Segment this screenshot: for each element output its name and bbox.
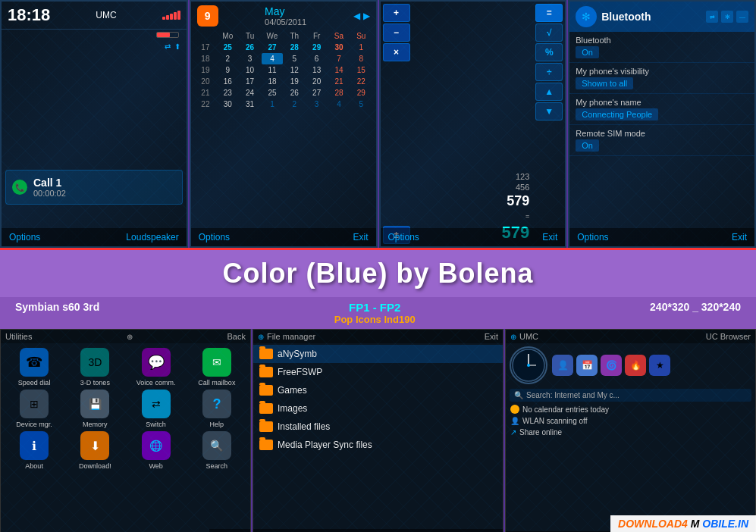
day-17[interactable]: 17 — [239, 76, 260, 87]
day-18[interactable]: 18 — [262, 76, 283, 87]
day-29[interactable]: 29 — [306, 42, 327, 53]
uc-icon-1[interactable]: 👤 — [552, 355, 573, 376]
util-download[interactable]: ⬇ Download! — [66, 431, 124, 470]
fm-wifi-icon: ⊕ — [258, 333, 264, 341]
bt-item-visibility: My phone's visibility Shown to all — [569, 63, 754, 94]
calc-plus-btn[interactable]: + — [383, 4, 410, 22]
calc-percent-btn[interactable]: % — [535, 43, 563, 61]
day-3-next[interactable]: 3 — [306, 99, 327, 110]
day-23[interactable]: 23 — [217, 87, 238, 99]
day-31[interactable]: 31 — [239, 99, 260, 110]
util-help[interactable]: ? Help — [188, 390, 246, 428]
day-28b[interactable]: 28 — [328, 87, 350, 99]
util-web[interactable]: 🌐 Web — [127, 431, 185, 470]
fm-item-mediaplayer[interactable]: Media Player Sync files — [253, 436, 503, 454]
screen2-options[interactable]: Options — [199, 232, 230, 243]
about-label: About — [25, 462, 43, 470]
day-9[interactable]: 9 — [217, 64, 238, 76]
cal-right-arrow[interactable]: ▶ — [363, 11, 370, 21]
fm-item-freefswp[interactable]: FreeFSWP — [253, 363, 503, 381]
day-5-next[interactable]: 5 — [350, 99, 372, 110]
day-6[interactable]: 6 — [306, 53, 327, 64]
calc-sqrt-btn[interactable]: √ — [535, 23, 563, 42]
day-21[interactable]: 21 — [328, 76, 350, 87]
day-11[interactable]: 11 — [262, 64, 283, 76]
day-29b[interactable]: 29 — [350, 87, 372, 99]
util-3d-tones[interactable]: 3D 3-D tones — [66, 348, 124, 386]
util-switch[interactable]: ⇄ Switch — [127, 390, 185, 428]
calc-nav-down[interactable]: ▼ — [535, 102, 563, 120]
calc-nav-up[interactable]: ▲ — [535, 83, 563, 101]
util-search[interactable]: 🔍 Search — [188, 431, 246, 470]
day-14[interactable]: 14 — [328, 64, 350, 76]
bt-bluetooth-value[interactable]: On — [576, 46, 599, 58]
screen1-options[interactable]: Options — [9, 232, 40, 243]
bt-visibility-value[interactable]: Shown to all — [576, 77, 633, 89]
util-speed-dial[interactable]: ☎ Speed dial — [5, 348, 63, 386]
fm-item-games[interactable]: Games — [253, 381, 503, 399]
day-8[interactable]: 8 — [350, 53, 372, 64]
day-30b[interactable]: 30 — [217, 99, 238, 110]
day-5[interactable]: 5 — [284, 53, 305, 64]
screen3-options[interactable]: Options — [388, 232, 419, 243]
day-24[interactable]: 24 — [239, 87, 260, 99]
day-3[interactable]: 3 — [239, 53, 260, 64]
day-30[interactable]: 30 — [328, 42, 350, 53]
uc-search-bar[interactable]: 🔍 Search: Internet and My c... — [510, 389, 751, 402]
uc-icon-3[interactable]: 🌀 — [601, 355, 622, 376]
day-25[interactable]: 25 — [217, 42, 238, 53]
fm-exit[interactable]: Exit — [485, 332, 498, 341]
calc-equals-btn[interactable]: = — [535, 4, 563, 22]
uc-icon-4[interactable]: 🔥 — [625, 355, 646, 376]
calc-minus-btn[interactable]: − — [383, 23, 410, 42]
day-26b[interactable]: 26 — [284, 87, 305, 99]
day-16[interactable]: 16 — [217, 76, 238, 87]
cal-left-arrow[interactable]: ◀ — [353, 11, 360, 21]
bt-sim-value[interactable]: On — [576, 139, 599, 152]
day-13[interactable]: 13 — [306, 64, 327, 76]
calc-div-btn[interactable]: ÷ — [535, 63, 563, 81]
cal-row-20: 20 16 17 18 19 20 21 22 — [195, 76, 372, 87]
day-7[interactable]: 7 — [328, 53, 350, 64]
util-memory[interactable]: 💾 Memory — [66, 390, 124, 428]
day-27[interactable]: 27 — [262, 42, 283, 53]
fp-info: FP1 - FP2 Pop Icons Ind190 — [334, 301, 416, 325]
bt-minimize-icon[interactable]: — — [736, 11, 748, 23]
call-text: Call 1 00:00:02 — [33, 177, 66, 198]
fm-item-installed[interactable]: Installed files — [253, 418, 503, 436]
fm-item-anysymb[interactable]: aNySymb — [253, 345, 503, 363]
day-4-next[interactable]: 4 — [328, 99, 350, 110]
bt-name-value[interactable]: Connecting People — [576, 108, 658, 120]
screen2-exit[interactable]: Exit — [353, 232, 368, 243]
utilities-back[interactable]: Back — [227, 332, 246, 341]
day-22[interactable]: 22 — [350, 76, 372, 87]
day-2[interactable]: 2 — [217, 53, 238, 64]
calc-times-btn[interactable]: × — [383, 43, 410, 61]
day-19[interactable]: 19 — [284, 76, 305, 87]
uc-icon-5[interactable]: ★ — [649, 355, 670, 376]
screen3-exit[interactable]: Exit — [542, 232, 557, 243]
day-10[interactable]: 10 — [239, 64, 260, 76]
day-4-today[interactable]: 4 — [262, 53, 283, 64]
day-28[interactable]: 28 — [284, 42, 305, 53]
day-27b[interactable]: 27 — [306, 87, 327, 99]
bluetooth-header: ✻ Bluetooth ⇄ ✻ — — [569, 2, 754, 32]
day-1-prev[interactable]: 1 — [350, 42, 372, 53]
day-2-next[interactable]: 2 — [284, 99, 305, 110]
day-25b[interactable]: 25 — [262, 87, 283, 99]
uc-icon-2[interactable]: 📅 — [576, 355, 598, 376]
fm-item-images[interactable]: Images — [253, 399, 503, 418]
screen4-exit[interactable]: Exit — [732, 232, 747, 243]
day-12[interactable]: 12 — [284, 64, 305, 76]
screen4-options[interactable]: Options — [577, 232, 608, 243]
util-bottom-options[interactable]: Options — [209, 529, 250, 532]
util-device-mgr[interactable]: ⊞ Device mgr. — [5, 390, 63, 428]
screen1-loudspeaker[interactable]: Loudspeaker — [126, 232, 178, 243]
util-call-mailbox[interactable]: ✉ Call mailbox — [188, 348, 246, 386]
util-voice-comm[interactable]: 💬 Voice comm. — [127, 348, 185, 386]
day-1-next[interactable]: 1 — [262, 99, 283, 110]
day-15[interactable]: 15 — [350, 64, 372, 76]
day-26[interactable]: 26 — [239, 42, 260, 53]
util-about[interactable]: ℹ About — [5, 431, 63, 470]
day-20[interactable]: 20 — [306, 76, 327, 87]
